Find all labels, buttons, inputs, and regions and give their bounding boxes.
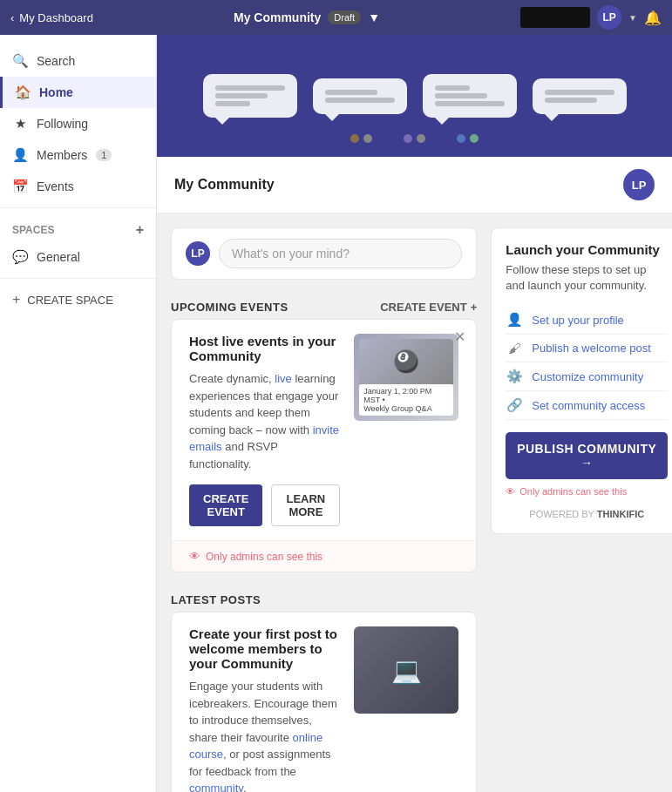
latest-posts-section: LATEST POSTS Create your first post to w… — [171, 585, 477, 792]
access-step-icon: 🔗 — [506, 397, 523, 413]
post-card-body: Create your first post to welcome member… — [172, 613, 476, 792]
top-content: My Community LP — [157, 35, 672, 213]
launch-step-profile[interactable]: 👤 Set up your profile — [506, 306, 668, 335]
user-avatar[interactable]: LP — [597, 5, 621, 30]
chat-line — [325, 90, 377, 95]
search-icon: 🔍 — [12, 53, 28, 69]
create-event-label: CREATE EVENT — [380, 301, 466, 314]
community-header: My Community LP — [157, 157, 672, 213]
live-link[interactable]: live — [275, 372, 292, 385]
dot — [457, 134, 465, 143]
avatar-chevron-icon: ▼ — [628, 13, 637, 23]
chat-line — [215, 93, 268, 98]
post-text: Create your first post to welcome member… — [189, 626, 340, 792]
launch-step-customize[interactable]: ⚙️ Customize community — [506, 362, 668, 391]
event-image-label: January 1, 2:00 PM MST • Weekly Group Q&… — [359, 384, 453, 416]
chat-line — [325, 98, 395, 103]
upcoming-events-header: UPCOMING EVENTS CREATE EVENT + — [171, 292, 477, 319]
chat-line — [215, 101, 250, 106]
latest-posts-title: LATEST POSTS — [171, 593, 261, 606]
events-icon: 📅 — [12, 179, 28, 194]
community-title: My Community — [234, 10, 321, 24]
create-event-primary-button[interactable]: CREATE EVENT — [189, 484, 262, 526]
chat-line — [545, 90, 614, 95]
sidebar-item-following[interactable]: ★ Following — [0, 108, 156, 139]
back-label: My Dashboard — [19, 11, 93, 24]
invite-link[interactable]: invite emails — [189, 423, 339, 454]
events-label: Events — [37, 179, 74, 193]
powered-by: POWERED BY THINKIFIC — [506, 509, 668, 519]
chat-line — [435, 93, 487, 98]
events-admin-text: Only admins can see this — [206, 551, 322, 563]
following-label: Following — [37, 117, 88, 131]
community-link[interactable]: community — [189, 782, 243, 792]
event-buttons: CREATE EVENT LEARN MORE — [189, 484, 340, 526]
event-card: Host live events in your Community Creat… — [189, 334, 458, 526]
chat-bubble-1 — [203, 74, 297, 118]
event-image-inner: 🎱 January 1, 2:00 PM MST • Weekly Group … — [354, 334, 458, 421]
sidebar-item-general[interactable]: 💬 General — [0, 241, 156, 273]
profile-step-link[interactable]: Set up your profile — [532, 314, 624, 327]
hero-banner — [157, 35, 672, 157]
create-space-plus-icon: + — [12, 292, 20, 308]
post-box: LP What's on your mind? — [171, 227, 477, 280]
create-event-button[interactable]: CREATE EVENT + — [380, 301, 477, 314]
launch-step-welcome[interactable]: 🖌 Publish a welcome post — [506, 335, 668, 362]
upcoming-events-section: UPCOMING EVENTS CREATE EVENT + ✕ Host li… — [171, 292, 477, 572]
post-avatar: LP — [186, 241, 210, 266]
center-column: LP What's on your mind? UPCOMING EVENTS … — [171, 227, 477, 792]
back-button[interactable]: ‹ My Dashboard — [10, 11, 93, 24]
community-title: My Community — [174, 177, 275, 193]
customize-step-icon: ⚙️ — [506, 369, 523, 384]
launch-card: Launch your Community Follow these steps… — [491, 227, 672, 534]
post-image: 💻 — [354, 626, 458, 714]
create-event-plus-icon: + — [471, 301, 478, 314]
sidebar-item-home[interactable]: 🏠 Home — [0, 77, 156, 108]
spaces-label: SPACES — [12, 224, 54, 236]
create-space-button[interactable]: + CREATE SPACE — [0, 284, 156, 315]
powered-by-text: POWERED BY — [529, 509, 594, 519]
access-step-link[interactable]: Set community access — [532, 399, 645, 412]
draft-chevron-icon: ▼ — [368, 10, 380, 24]
community-name-header: My Community Draft ▼ — [234, 10, 380, 24]
upcoming-events-title: UPCOMING EVENTS — [171, 301, 288, 314]
publish-community-button[interactable]: PUBLISH COMMUNITY → — [506, 432, 668, 479]
eye-icon: 👁 — [189, 550, 200, 563]
welcome-step-icon: 🖌 — [506, 341, 523, 355]
top-nav-right: LP ▼ 🔔 — [520, 5, 662, 30]
upcoming-events-card: ✕ Host live events in your Community Cre… — [171, 319, 477, 572]
dot — [417, 134, 425, 143]
members-icon: 👤 — [12, 147, 28, 163]
online-course-link[interactable]: online course — [189, 731, 322, 762]
community-avatar[interactable]: LP — [623, 169, 655, 200]
sidebar-item-events[interactable]: 📅 Events — [0, 171, 156, 202]
dot — [470, 134, 479, 143]
post-image-inner: 💻 — [354, 626, 458, 714]
add-space-icon[interactable]: + — [136, 222, 144, 238]
spaces-section-header: SPACES + — [0, 213, 156, 241]
event-date-label: January 1, 2:00 PM MST • — [363, 387, 449, 404]
notifications-bell-icon[interactable]: 🔔 — [644, 10, 662, 26]
latest-posts-card: Create your first post to welcome member… — [171, 612, 477, 792]
main-content: My Community LP LP What's on your mind? … — [157, 35, 672, 792]
home-label: Home — [39, 85, 73, 99]
right-panel-eye-icon: 👁 — [506, 486, 515, 497]
chat-line — [215, 85, 285, 91]
general-space-icon: 💬 — [12, 249, 28, 265]
sidebar-item-members[interactable]: 👤 Members 1 — [0, 139, 156, 171]
launch-step-access[interactable]: 🔗 Set community access — [506, 391, 668, 420]
close-button[interactable]: ✕ — [454, 328, 465, 345]
customize-step-link[interactable]: Customize community — [532, 370, 643, 383]
top-nav: ‹ My Dashboard My Community Draft ▼ LP ▼… — [0, 0, 672, 35]
learn-more-button[interactable]: LEARN MORE — [271, 484, 340, 526]
top-nav-black-box — [520, 7, 590, 28]
search-label: Search — [37, 54, 75, 68]
post-input[interactable]: What's on your mind? — [219, 239, 462, 268]
post-description: Engage your students with icebreakers. E… — [189, 678, 340, 792]
post-title: Create your first post to welcome member… — [189, 626, 340, 671]
latest-posts-header: LATEST POSTS — [171, 585, 477, 612]
sidebar-item-search[interactable]: 🔍 Search — [0, 45, 156, 77]
launch-desc: Follow these steps to set up and launch … — [506, 262, 668, 294]
welcome-step-link[interactable]: Publish a welcome post — [532, 342, 651, 355]
hero-dots — [157, 134, 672, 143]
